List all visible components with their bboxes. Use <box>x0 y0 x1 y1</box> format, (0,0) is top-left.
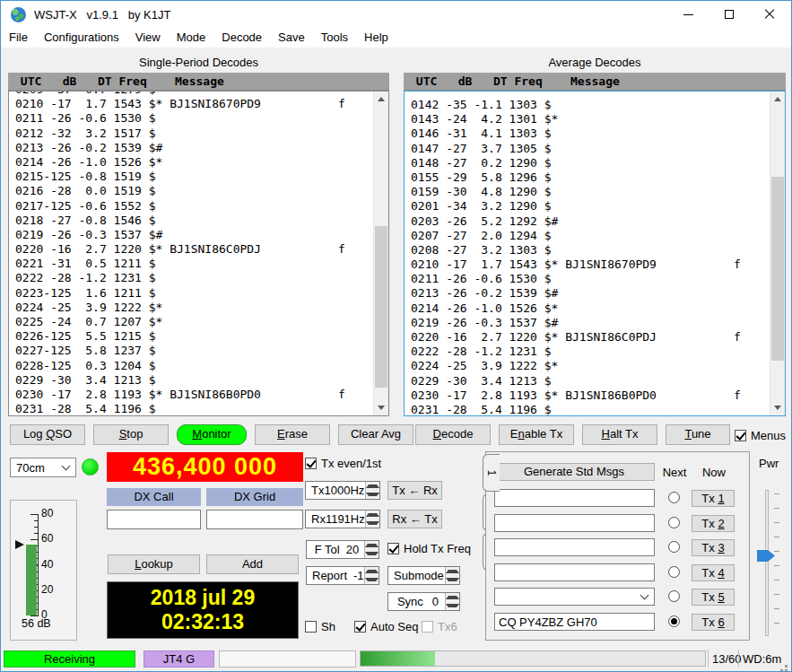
next-tx1-radio[interactable] <box>668 492 680 503</box>
menu-item[interactable]: Help <box>356 28 396 48</box>
tx3-now-button[interactable]: Tx 3 <box>692 539 735 556</box>
decode-row[interactable]: 0226-125 5.5 1215 $ <box>15 329 373 344</box>
left-scrollbar[interactable] <box>373 92 388 415</box>
decode-row[interactable]: 0211 -26 -0.6 1530 $ <box>15 111 373 126</box>
spin-down-icon[interactable] <box>365 576 379 585</box>
decode-row[interactable]: 0223-125 1.6 1211 $ <box>15 286 373 301</box>
resize-grip-icon[interactable] <box>785 665 788 668</box>
decode-row[interactable]: 0148 -27 0.2 1290 $ <box>411 156 770 170</box>
add-button[interactable]: Add <box>206 554 299 574</box>
band-select[interactable]: 70cm <box>10 458 76 477</box>
tx2-message-input[interactable] <box>494 514 655 532</box>
decode-row[interactable]: 0214 -26 -1.0 1526 $* <box>15 155 373 170</box>
menu-item[interactable]: View <box>127 28 169 48</box>
spin-up-icon[interactable] <box>366 482 379 491</box>
dial-frequency-display[interactable]: 436,400 000 <box>107 452 303 482</box>
decode-row[interactable]: 0227-125 5.8 1237 $ <box>15 344 373 358</box>
decode-row[interactable]: 0218 -27 -0.8 1546 $ <box>15 214 373 228</box>
decode-row[interactable]: 0231 -28 5.4 1196 $ <box>411 403 770 415</box>
tx1-now-button[interactable]: Tx 1 <box>692 490 735 507</box>
close-button[interactable] <box>749 1 789 28</box>
monitor-button[interactable]: Monitor <box>177 424 247 445</box>
tx6-message-input[interactable] <box>494 613 655 631</box>
spin-down-icon[interactable] <box>446 602 459 611</box>
decode-row[interactable]: 0217-125 -0.6 1552 $ <box>15 199 373 214</box>
next-tx3-radio[interactable] <box>668 541 680 553</box>
menu-item[interactable]: Save <box>270 28 313 48</box>
right-scrollbar[interactable] <box>770 92 785 415</box>
tab-1[interactable]: 1 <box>483 454 500 492</box>
clear-avg-button[interactable]: Clear Avg <box>338 424 413 445</box>
decode-row[interactable]: 0213 -26 -0.2 1539 $# <box>411 286 770 301</box>
decode-row[interactable]: 0212 -32 3.2 1517 $ <box>15 127 373 141</box>
decode-row[interactable]: 0214 -26 -1.0 1526 $* <box>411 301 770 316</box>
halt-tx-button[interactable]: Halt Tx <box>582 424 657 445</box>
spin-up-icon[interactable] <box>366 511 379 519</box>
decode-row[interactable]: 0220 -16 2.7 1220 $* BJ1SNI86C0PDJ f <box>15 242 373 257</box>
scrollbar-thumb[interactable] <box>771 177 784 361</box>
decode-row[interactable]: 0210 -17 1.7 1543 $* BJ1SNI8670PD9 f <box>411 257 770 272</box>
decode-row[interactable]: 0219 -26 -0.3 1537 $# <box>411 316 770 330</box>
next-tx4-radio[interactable] <box>668 566 680 578</box>
report-spinbox[interactable]: Report -15 <box>306 566 379 585</box>
tx2-now-button[interactable]: Tx 2 <box>692 515 735 532</box>
decode-row[interactable]: 0228-125 0.3 1204 $ <box>15 359 373 373</box>
generate-std-msgs-button[interactable]: Generate Std Msgs <box>493 463 655 481</box>
spin-down-icon[interactable] <box>366 519 379 528</box>
decode-row[interactable]: 0213 -26 -0.2 1539 $# <box>15 141 373 155</box>
decode-row[interactable]: 0142 -35 -1.1 1303 $ <box>411 98 770 112</box>
log-qso-button[interactable]: Log QSO <box>10 424 85 445</box>
decode-row[interactable]: 0203 -26 5.2 1292 $# <box>411 214 770 229</box>
rx-from-tx-button[interactable]: Rx ← Tx <box>387 510 442 528</box>
dx-grid-input[interactable] <box>206 510 303 529</box>
pwr-slider-track[interactable] <box>765 490 769 636</box>
lookup-button[interactable]: Lookup <box>108 554 200 574</box>
decode-row[interactable]: 0208 -27 3.2 1303 $ <box>411 243 770 257</box>
decode-row[interactable]: 0219 -26 -0.3 1537 $# <box>15 228 373 242</box>
decode-row[interactable]: 0229 -30 3.4 1213 $ <box>15 373 373 388</box>
tx4-message-input[interactable] <box>494 563 655 581</box>
tx-even-checkbox[interactable]: Tx even/1st <box>305 457 381 470</box>
decode-row[interactable]: 0230 -17 2.8 1193 $* BJ1SNI86B0PD0 f <box>15 388 373 402</box>
spin-up-icon[interactable] <box>446 567 459 576</box>
pwr-slider-handle[interactable] <box>757 550 775 562</box>
tx3-message-input[interactable] <box>494 538 655 556</box>
rx-freq-spinbox[interactable]: Rx 1191 Hz <box>305 510 380 528</box>
menu-item[interactable]: Mode <box>169 28 214 48</box>
scroll-up-icon[interactable] <box>374 92 388 107</box>
auto-seq-checkbox[interactable]: Auto Seq <box>354 620 419 633</box>
decode-button[interactable]: Decode <box>415 424 491 445</box>
tx5-now-button[interactable]: Tx 5 <box>692 589 735 606</box>
spin-down-icon[interactable] <box>446 576 459 585</box>
maximize-button[interactable] <box>709 1 749 28</box>
next-tx5-radio[interactable] <box>668 590 680 602</box>
decode-row[interactable]: 0216 -28 0.0 1519 $ <box>15 184 373 198</box>
submode-spinbox[interactable]: Submode G <box>387 566 460 585</box>
decode-row[interactable]: 0211 -26 -0.6 1530 $ <box>411 272 770 286</box>
menu-item[interactable]: Configurations <box>36 28 127 48</box>
stop-button[interactable]: Stop <box>93 424 169 445</box>
decode-row[interactable]: 0222 -28 -1.2 1231 $ <box>411 345 770 359</box>
decode-row[interactable]: 0215-125 -0.8 1519 $ <box>15 170 373 184</box>
minimize-button[interactable] <box>668 1 709 28</box>
decode-row[interactable]: 0201 -34 3.2 1290 $ <box>411 199 770 214</box>
decode-row[interactable]: 0207 -27 2.0 1294 $ <box>411 229 770 243</box>
decode-row[interactable]: 0147 -27 3.7 1305 $ <box>411 142 770 156</box>
spin-up-icon[interactable] <box>446 593 459 602</box>
spin-down-icon[interactable] <box>365 550 379 559</box>
spin-up-icon[interactable] <box>365 541 379 550</box>
decode-row[interactable]: 0224 -25 3.9 1222 $* <box>15 301 373 315</box>
decode-row[interactable]: 0229 -30 3.4 1213 $ <box>411 374 770 388</box>
dx-call-input[interactable] <box>107 510 201 529</box>
decode-row[interactable]: 0222 -28 -1.2 1231 $ <box>15 271 373 285</box>
tx1-message-input[interactable] <box>494 489 655 507</box>
decode-row[interactable]: 0159 -30 4.8 1290 $ <box>411 185 770 199</box>
scroll-down-icon[interactable] <box>770 400 785 415</box>
tx-from-rx-button[interactable]: Tx ← Rx <box>387 481 442 500</box>
ftol-spinbox[interactable]: F Tol 20 <box>306 540 379 559</box>
sh-checkbox[interactable]: Sh <box>305 620 335 633</box>
next-tx6-radio[interactable] <box>668 615 680 627</box>
tune-button[interactable]: Tune <box>666 424 730 445</box>
tx-freq-spinbox[interactable]: Tx 1000 Hz <box>305 481 380 500</box>
scrollbar-thumb[interactable] <box>375 226 387 388</box>
